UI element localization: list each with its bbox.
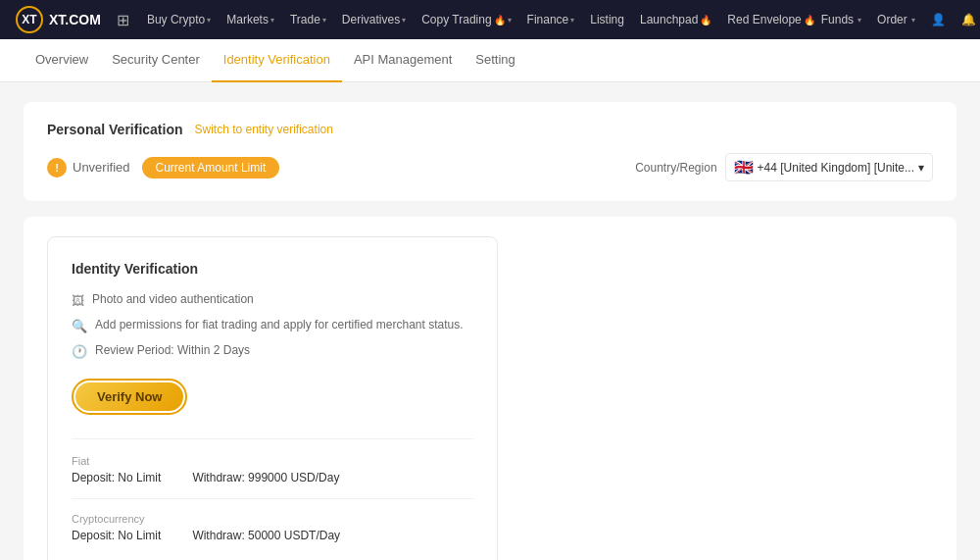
nav-buy-crypto[interactable]: Buy Crypto ▾ bbox=[141, 0, 217, 39]
logo[interactable]: XT XT.COM bbox=[16, 6, 101, 33]
crypto-limit-row: Cryptocurrency Deposit: No Limit Withdra… bbox=[72, 513, 473, 542]
unverified-badge: ! Unverified bbox=[47, 158, 130, 178]
nav-finance[interactable]: Finance ▾ bbox=[521, 0, 581, 39]
logo-xt: XT bbox=[22, 13, 36, 26]
list-item: 🕐 Review Period: Within 2 Days bbox=[72, 343, 473, 359]
chevron-down-icon: ▾ bbox=[508, 16, 512, 25]
crypto-deposit: Deposit: No Limit bbox=[72, 529, 161, 542]
chevron-down-icon: ▾ bbox=[270, 16, 274, 25]
tab-api-management[interactable]: API Management bbox=[342, 39, 464, 82]
feature-photo: Photo and video authentication bbox=[92, 292, 254, 306]
fiat-label: Fiat bbox=[72, 455, 473, 467]
divider bbox=[72, 498, 473, 499]
main-content: Personal Verification Switch to entity v… bbox=[0, 82, 980, 560]
nav-copy-trading[interactable]: Copy Trading 🔥 ▾ bbox=[416, 0, 516, 39]
chevron-down-icon: ▾ bbox=[918, 161, 924, 175]
country-region: Country/Region 🇬🇧 +44 [United Kingdom] [… bbox=[635, 153, 933, 181]
fire-icon: 🔥 bbox=[494, 15, 506, 25]
country-select[interactable]: 🇬🇧 +44 [United Kingdom] [Unite... ▾ bbox=[725, 153, 933, 181]
chevron-down-icon: ▾ bbox=[858, 16, 861, 25]
user-icon[interactable]: 👤 bbox=[931, 13, 946, 26]
fiat-withdraw: Withdraw: 999000 USD/Day bbox=[192, 471, 339, 484]
logo-icon: XT bbox=[16, 6, 43, 33]
chevron-down-icon: ▾ bbox=[911, 16, 915, 25]
nav-trade[interactable]: Trade ▾ bbox=[284, 0, 332, 39]
crypto-label: Cryptocurrency bbox=[72, 513, 473, 525]
list-item: 🔍 Add permissions for fiat trading and a… bbox=[72, 318, 473, 333]
fiat-deposit: Deposit: No Limit bbox=[72, 471, 161, 484]
feature-fiat: Add permissions for fiat trading and app… bbox=[95, 318, 464, 331]
nav-funds[interactable]: Funds ▾ bbox=[821, 13, 861, 26]
personal-verification-card: Personal Verification Switch to entity v… bbox=[24, 102, 956, 201]
country-label: Country/Region bbox=[635, 161, 716, 175]
sub-navigation: Overview Security Center Identity Verifi… bbox=[0, 39, 980, 82]
chevron-down-icon: ▾ bbox=[322, 16, 326, 25]
nav-derivatives[interactable]: Derivatives ▾ bbox=[336, 0, 412, 39]
top-nav-right: Funds ▾ Order ▾ 👤 🔔 Download English/USD… bbox=[821, 13, 980, 26]
chevron-down-icon: ▾ bbox=[570, 16, 574, 25]
bell-icon[interactable]: 🔔 bbox=[961, 13, 976, 26]
iv-card-title: Identity Verification bbox=[72, 261, 473, 277]
amount-limit-button[interactable]: Current Amount Limit bbox=[142, 157, 280, 178]
grid-icon[interactable]: ⊞ bbox=[117, 11, 129, 29]
feature-review: Review Period: Within 2 Days bbox=[95, 343, 250, 357]
switch-entity-link[interactable]: Switch to entity verification bbox=[195, 123, 333, 136]
tab-security-center[interactable]: Security Center bbox=[100, 39, 212, 82]
camera-icon: 🖼 bbox=[72, 293, 84, 308]
chevron-down-icon: ▾ bbox=[402, 16, 406, 25]
top-nav-left: XT XT.COM ⊞ Buy Crypto ▾ Markets ▾ Trade… bbox=[16, 0, 821, 39]
pv-title: Personal Verification bbox=[47, 122, 183, 137]
top-navigation: XT XT.COM ⊞ Buy Crypto ▾ Markets ▾ Trade… bbox=[0, 0, 980, 39]
logo-text: XT.COM bbox=[49, 12, 101, 27]
crypto-withdraw: Withdraw: 50000 USDT/Day bbox=[192, 529, 340, 542]
identity-verification-section: Identity Verification 🖼 Photo and video … bbox=[24, 217, 956, 560]
uk-flag-icon: 🇬🇧 bbox=[734, 158, 754, 177]
unverified-label: Unverified bbox=[73, 160, 130, 175]
crypto-values: Deposit: No Limit Withdraw: 50000 USDT/D… bbox=[72, 529, 473, 542]
verify-now-button[interactable]: Verify Now bbox=[75, 382, 183, 411]
fire-icon: 🔥 bbox=[804, 15, 815, 25]
fiat-limit-row: Fiat Deposit: No Limit Withdraw: 999000 … bbox=[72, 455, 473, 484]
pv-status-row: ! Unverified Current Amount Limit bbox=[47, 157, 279, 178]
pv-header-left: Personal Verification Switch to entity v… bbox=[47, 122, 333, 137]
fire-icon: 🔥 bbox=[700, 15, 711, 25]
nav-launchpad[interactable]: Launchpad 🔥 bbox=[634, 0, 717, 39]
chevron-down-icon: ▾ bbox=[207, 16, 211, 25]
verify-btn-wrapper: Verify Now bbox=[72, 379, 187, 415]
search-icon: 🔍 bbox=[72, 319, 87, 333]
limits-section: Fiat Deposit: No Limit Withdraw: 999000 … bbox=[72, 438, 473, 542]
tab-setting[interactable]: Setting bbox=[464, 39, 526, 82]
country-value: +44 [United Kingdom] [Unite... bbox=[758, 161, 914, 175]
tab-overview[interactable]: Overview bbox=[24, 39, 100, 82]
nav-markets[interactable]: Markets ▾ bbox=[220, 0, 280, 39]
nav-order[interactable]: Order ▾ bbox=[877, 13, 915, 26]
list-item: 🖼 Photo and video authentication bbox=[72, 292, 473, 308]
nav-red-envelope[interactable]: Red Envelope 🔥 bbox=[721, 0, 820, 39]
tab-identity-verification[interactable]: Identity Verification bbox=[212, 39, 342, 82]
pv-header: Personal Verification Switch to entity v… bbox=[47, 122, 933, 137]
fiat-values: Deposit: No Limit Withdraw: 999000 USD/D… bbox=[72, 471, 473, 484]
iv-features-list: 🖼 Photo and video authentication 🔍 Add p… bbox=[72, 292, 473, 359]
unverified-icon: ! bbox=[47, 158, 67, 178]
clock-icon: 🕐 bbox=[72, 344, 87, 359]
iv-card: Identity Verification 🖼 Photo and video … bbox=[47, 236, 498, 560]
nav-listing[interactable]: Listing bbox=[584, 0, 630, 39]
